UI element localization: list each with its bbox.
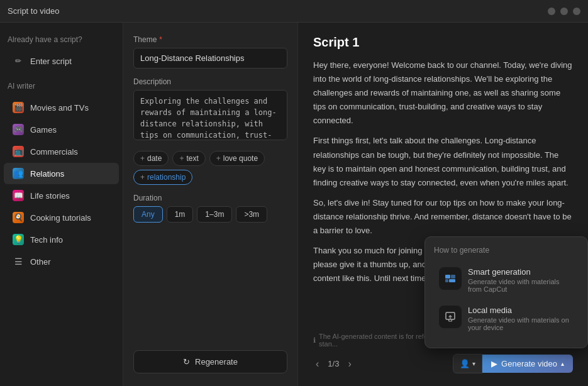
local-media-option[interactable]: Local media Generate video with material…	[434, 301, 579, 336]
commercials-label: Commercials	[30, 147, 78, 157]
pencil-icon: ✏	[13, 55, 24, 67]
close-button[interactable]: ✕	[573, 8, 580, 15]
duration-label: Duration	[133, 194, 287, 202]
users-icon: 👤	[460, 359, 470, 368]
sidebar-has-script-label: Already have a script?	[0, 31, 123, 48]
bottom-bar: ‹ 1/3 › 👤 ▾ ▶ Generate video ▴	[313, 354, 573, 373]
duration-1-3m[interactable]: 1–3m	[197, 206, 232, 223]
script-para-1: Hey there, everyone! Welcome back to our…	[313, 58, 573, 128]
theme-field: Theme *	[133, 35, 287, 69]
next-page-arrow[interactable]: ›	[345, 357, 353, 371]
plus-icon: +	[179, 154, 184, 163]
pagination: ‹ 1/3 ›	[313, 357, 354, 371]
svg-rect-3	[449, 279, 455, 282]
other-label: Other	[30, 257, 51, 267]
theme-input[interactable]	[133, 48, 287, 69]
regenerate-button[interactable]: ↻ Regenerate	[133, 350, 287, 373]
local-media-icon	[439, 306, 462, 328]
tag-text[interactable]: + text	[172, 151, 205, 166]
sidebar-item-cooking[interactable]: 🍳 Cooking tutorials	[4, 207, 119, 228]
script-para-2: First things first, let's talk about the…	[313, 134, 573, 189]
svg-rect-0	[445, 275, 450, 278]
description-textarea[interactable]: Exploring the challenges and rewards of …	[133, 90, 287, 140]
tech-icon: 💡	[13, 234, 24, 245]
plus-icon: +	[140, 173, 145, 182]
other-icon: ☰	[13, 256, 24, 267]
plus-icon: +	[216, 154, 221, 163]
enter-script-label: Enter script	[30, 57, 72, 66]
window-controls: ─ □ ✕	[548, 8, 580, 15]
duration-buttons: Any 1m 1–3m >3m	[133, 206, 287, 223]
sidebar-ai-writer-label: AI writer	[0, 78, 123, 94]
sidebar-item-games[interactable]: 🎮 Games	[4, 119, 119, 140]
prev-page-arrow[interactable]: ‹	[313, 357, 321, 371]
chevron-down-icon: ▾	[472, 360, 475, 367]
maximize-button[interactable]: □	[560, 8, 568, 15]
tech-label: Tech info	[30, 235, 63, 245]
info-icon: ℹ	[313, 336, 316, 345]
relations-icon: 👥	[13, 168, 24, 179]
life-icon: 📖	[13, 190, 24, 201]
tag-date[interactable]: + date	[133, 151, 169, 166]
chevron-up-icon: ▴	[561, 360, 564, 367]
sidebar-item-tech[interactable]: 💡 Tech info	[4, 229, 119, 250]
description-label: Description	[133, 77, 287, 86]
smart-gen-text: Smart generation Generate video with mat…	[468, 267, 574, 293]
life-label: Life stories	[30, 191, 70, 201]
video-icon: ▶	[491, 359, 497, 368]
movies-icon: 🎬	[13, 102, 24, 113]
generate-video-button[interactable]: ▶ Generate video ▴	[482, 355, 573, 373]
sidebar-item-other[interactable]: ☰ Other	[4, 251, 119, 272]
how-to-title: How to generate	[434, 246, 579, 255]
script-title: Script 1	[313, 35, 573, 50]
relations-label: Relations	[30, 169, 64, 179]
games-label: Games	[30, 125, 57, 135]
generate-group: 👤 ▾ ▶ Generate video ▴	[453, 354, 573, 373]
local-media-text: Local media Generate video with material…	[468, 306, 574, 331]
title-bar: Script to video ─ □ ✕	[0, 0, 588, 23]
description-field: Description Exploring the challenges and…	[133, 77, 287, 142]
plus-icon: +	[140, 154, 145, 163]
tags-container: + date + text + love quote + relationshi…	[133, 151, 287, 185]
tag-relationship[interactable]: + relationship	[133, 170, 192, 185]
duration-field: Duration Any 1m 1–3m >3m	[133, 194, 287, 223]
how-to-popup: How to generate Smart generation Generat…	[424, 236, 588, 348]
cooking-label: Cooking tutorials	[30, 213, 91, 223]
duration-1m[interactable]: 1m	[167, 206, 194, 223]
cooking-icon: 🍳	[13, 212, 24, 223]
main-content: Theme * Description Exploring the challe…	[123, 23, 588, 386]
duration-any[interactable]: Any	[133, 206, 163, 223]
commercials-icon: 📺	[13, 146, 24, 157]
page-indicator: 1/3	[328, 359, 339, 368]
sidebar-item-movies[interactable]: 🎬 Movies and TVs	[4, 97, 119, 118]
sidebar-item-life[interactable]: 📖 Life stories	[4, 185, 119, 206]
sidebar-item-commercials[interactable]: 📺 Commercials	[4, 141, 119, 162]
tag-love-quote[interactable]: + love quote	[209, 151, 265, 166]
refresh-icon: ↻	[183, 357, 190, 367]
script-para-3: So, let's dive in! Stay tuned for our to…	[313, 196, 573, 238]
sidebar: Already have a script? ✏ Enter script AI…	[0, 23, 123, 386]
right-panel: Script 1 Hey there, everyone! Welcome ba…	[298, 23, 588, 386]
required-mark: *	[159, 35, 162, 44]
svg-rect-2	[445, 279, 448, 282]
window-title: Script to video	[8, 6, 59, 16]
duration-3m[interactable]: >3m	[236, 206, 267, 223]
games-icon: 🎮	[13, 124, 24, 135]
smart-gen-icon	[439, 267, 462, 290]
movies-label: Movies and TVs	[30, 103, 89, 113]
sidebar-item-relations[interactable]: 👥 Relations	[4, 163, 119, 184]
sidebar-item-enter-script[interactable]: ✏ Enter script	[4, 50, 119, 72]
left-panel: Theme * Description Exploring the challe…	[123, 23, 298, 386]
generate-users-button[interactable]: 👤 ▾	[453, 354, 482, 373]
app-container: Already have a script? ✏ Enter script AI…	[0, 23, 588, 386]
minimize-button[interactable]: ─	[548, 8, 555, 15]
svg-rect-1	[451, 275, 455, 278]
smart-generation-option[interactable]: Smart generation Generate video with mat…	[434, 262, 579, 298]
theme-label: Theme *	[133, 35, 287, 44]
